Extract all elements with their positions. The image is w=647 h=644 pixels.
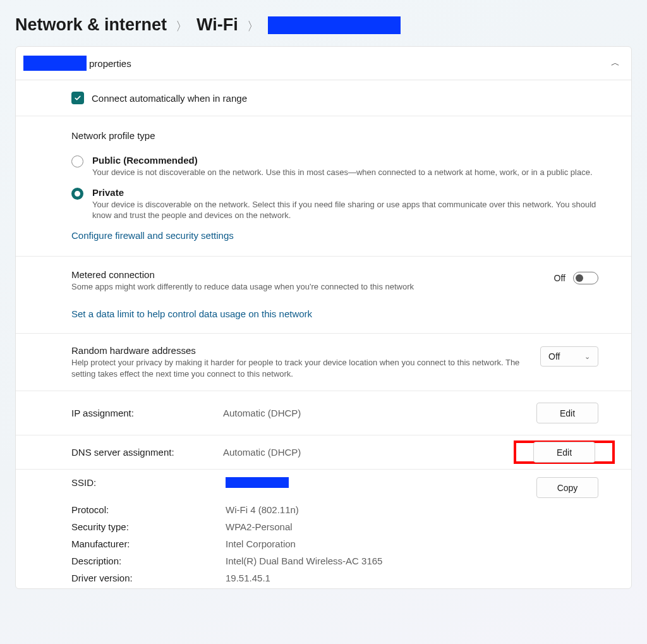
ssid-redacted-value [226, 477, 289, 488]
breadcrumb-network[interactable]: Network & internet [15, 15, 167, 35]
ip-assignment-row: IP assignment: Automatic (DHCP) Edit [16, 391, 631, 435]
properties-header-label: properties [89, 58, 131, 69]
random-mac-dropdown-value: Off [548, 351, 560, 361]
detail-manufacturer-value: Intel Corporation [226, 538, 536, 549]
radio-public-circle[interactable] [71, 155, 83, 167]
detail-protocol-value: Wi-Fi 4 (802.11n) [226, 504, 536, 515]
ssid-redacted-small [23, 56, 87, 71]
detail-security-label: Security type: [71, 521, 226, 532]
radio-public[interactable]: Public (Recommended) Your device is not … [71, 155, 631, 178]
ip-edit-button[interactable]: Edit [536, 403, 598, 423]
copy-button[interactable]: Copy [536, 477, 598, 498]
dns-assignment-label: DNS server assignment: [71, 447, 223, 458]
chevron-right-icon: 〉 [176, 18, 188, 35]
profile-type-section: Network profile type Public (Recommended… [16, 116, 631, 257]
metered-desc: Some apps might work differently to redu… [71, 281, 539, 293]
auto-connect-label: Connect automatically when in range [92, 93, 247, 104]
radio-public-label: Public (Recommended) [92, 155, 593, 166]
metered-toggle-wrap: Off [554, 272, 598, 284]
random-mac-desc: Help protect your privacy by making it h… [71, 357, 525, 379]
random-mac-title: Random hardware addresses [71, 345, 525, 356]
ip-assignment-label: IP assignment: [71, 408, 223, 418]
radio-public-desc: Your device is not discoverable on the n… [92, 167, 593, 178]
data-limit-link[interactable]: Set a data limit to help control data us… [71, 308, 631, 319]
network-details: SSID: Copy Protocol: Wi-Fi 4 (802.11n) S… [16, 470, 631, 588]
chevron-up-icon: ︿ [611, 58, 620, 69]
toggle-knob [576, 274, 583, 282]
properties-card: properties ︿ Connect automatically when … [15, 46, 632, 589]
metered-section: Metered connection Some apps might work … [16, 257, 631, 334]
chevron-down-icon: ⌄ [584, 353, 590, 361]
radio-private[interactable]: Private Your device is discoverable on t… [71, 187, 631, 221]
profile-type-title: Network profile type [71, 130, 631, 141]
detail-driver-label: Driver version: [71, 573, 226, 583]
ip-assignment-value: Automatic (DHCP) [223, 408, 536, 418]
random-mac-dropdown[interactable]: Off ⌄ [540, 346, 598, 367]
dns-assignment-row: DNS server assignment: Automatic (DHCP) … [16, 435, 631, 470]
check-icon [74, 94, 82, 102]
radio-private-desc: Your device is discoverable on the netwo… [92, 199, 598, 221]
dns-edit-highlight: Edit [514, 440, 615, 464]
metered-toggle-label: Off [554, 273, 565, 283]
detail-driver-value: 19.51.45.1 [226, 573, 536, 583]
detail-ssid-value [226, 477, 536, 498]
metered-title: Metered connection [71, 269, 539, 280]
dns-edit-button[interactable]: Edit [533, 442, 595, 463]
detail-security-value: WPA2-Personal [226, 521, 536, 532]
breadcrumb: Network & internet 〉 Wi-Fi 〉 [0, 0, 647, 46]
detail-description-value: Intel(R) Dual Band Wireless-AC 3165 [226, 556, 536, 566]
detail-protocol-label: Protocol: [71, 504, 226, 515]
detail-description-label: Description: [71, 556, 226, 566]
breadcrumb-ssid-redacted [268, 16, 401, 34]
random-mac-section: Random hardware addresses Help protect y… [16, 334, 631, 391]
detail-manufacturer-label: Manufacturer: [71, 538, 226, 549]
properties-expander[interactable]: properties ︿ [16, 47, 631, 80]
radio-private-circle[interactable] [71, 188, 83, 200]
auto-connect-checkbox[interactable] [71, 92, 84, 104]
auto-connect-row: Connect automatically when in range [16, 80, 631, 116]
detail-ssid-label: SSID: [71, 477, 226, 498]
breadcrumb-wifi[interactable]: Wi-Fi [197, 15, 238, 35]
radio-private-label: Private [92, 187, 598, 198]
metered-toggle[interactable] [573, 272, 598, 284]
firewall-link[interactable]: Configure firewall and security settings [71, 230, 631, 241]
chevron-right-icon: 〉 [247, 18, 259, 35]
